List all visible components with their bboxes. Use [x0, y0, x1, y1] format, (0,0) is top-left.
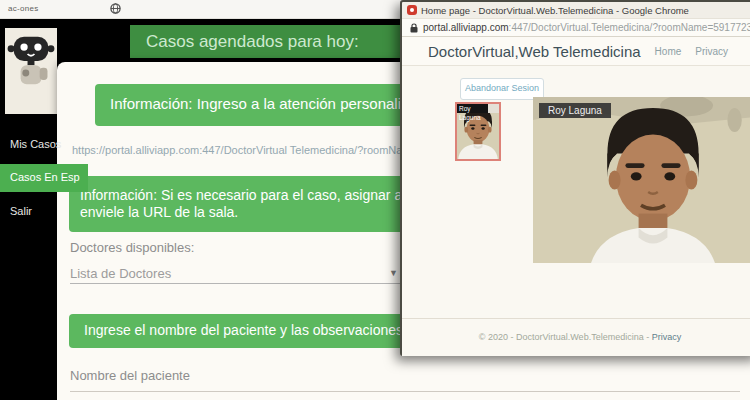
remote-video-art [533, 97, 750, 263]
site-favicon-icon [407, 5, 417, 15]
popup-titlebar[interactable]: Home page - DoctorVirtual.Web.Telemedici… [402, 2, 750, 18]
popup-footer: © 2020 - DoctorVirtual.Web.Telemedicina … [402, 318, 750, 356]
nav-home-link[interactable]: Home [655, 46, 682, 57]
remote-video-feed[interactable]: Roy Laguna [533, 97, 750, 263]
room-url-link[interactable]: https://portal.alliviapp.com:447/DoctorV… [72, 144, 424, 156]
chevron-down-icon: ▼ [389, 268, 398, 278]
globe-icon[interactable] [110, 3, 121, 14]
doctors-select-value: Lista de Doctores [70, 266, 171, 281]
brand-title: DoctorVirtual,Web Telemedicina [428, 43, 641, 60]
lock-icon [410, 23, 418, 33]
video-call-window: Home page - DoctorVirtual.Web.Telemedici… [400, 0, 750, 356]
footer-copyright: © 2020 - DoctorVirtual.Web.Telemedicina … [479, 332, 649, 342]
sidebar-item-salir[interactable]: Salir [10, 205, 32, 217]
doctors-select[interactable]: Lista de Doctores ▼ [70, 264, 400, 284]
remote-video-label: Roy Laguna [539, 103, 611, 118]
patient-name-underline [70, 391, 740, 392]
nav-privacy-link[interactable]: Privacy [695, 46, 728, 57]
address-path: :447/DoctorVirtual.Telemedicina/?roomNam… [509, 22, 750, 33]
popup-window-title: Home page - DoctorVirtual.Web.Telemedici… [421, 5, 689, 16]
local-video-thumbnail[interactable]: Roy Laguna [455, 102, 501, 161]
patient-name-input[interactable]: Nombre del paciente [70, 368, 190, 383]
popup-page: DoctorVirtual,Web Telemedicina Home Priv… [402, 37, 750, 356]
popup-addressbar[interactable]: portal.alliviapp.com:447/DoctorVirtual.T… [402, 18, 750, 37]
footer-privacy-link[interactable]: Privacy [652, 332, 682, 342]
bookmark-item[interactable]: ac-ones [8, 4, 39, 13]
doctors-available-label: Doctores disponibles: [70, 240, 194, 255]
robot-avatar [5, 28, 57, 114]
sidebar-item-label: Casos En Esp [10, 171, 88, 183]
local-video-label: Roy Laguna [457, 104, 490, 113]
popup-navbar: DoctorVirtual,Web Telemedicina Home Priv… [402, 37, 750, 66]
abandon-session-button[interactable]: Abandonar Sesion [460, 78, 544, 100]
local-video-label-spacer [488, 104, 499, 113]
address-domain: portal.alliviapp.com [423, 22, 509, 33]
sidebar-item-mis-casos[interactable]: Mis Casos [10, 138, 61, 150]
sidebar-item-casos-en-espera[interactable]: Casos En Esp [0, 164, 88, 192]
